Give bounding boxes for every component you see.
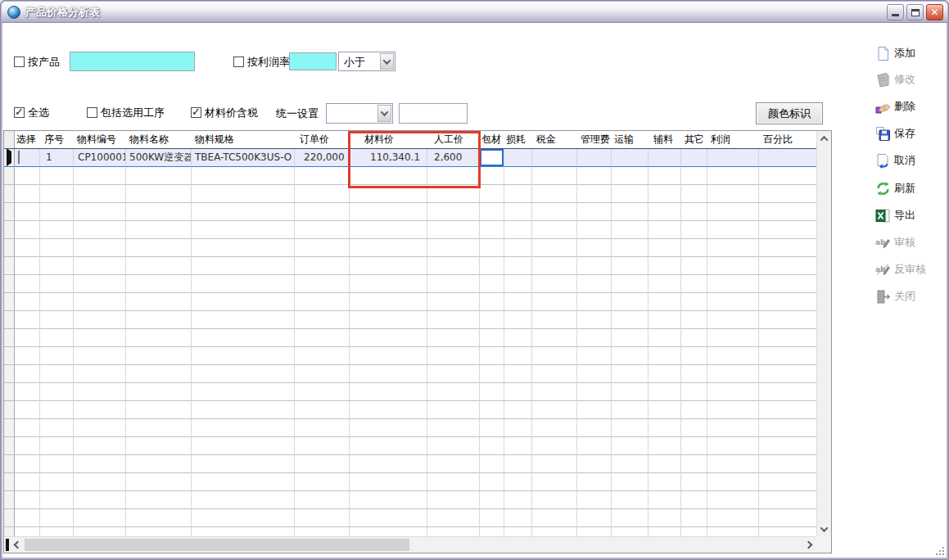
empty-cell[interactable]	[427, 473, 480, 491]
empty-cell[interactable]	[504, 275, 532, 293]
empty-cell[interactable]	[707, 311, 759, 329]
empty-cell[interactable]	[707, 203, 759, 221]
empty-cell[interactable]	[427, 167, 480, 185]
row-checkbox[interactable]	[18, 151, 20, 164]
empty-cell[interactable]	[295, 311, 350, 329]
empty-cell[interactable]	[192, 239, 295, 257]
empty-cell[interactable]	[681, 221, 707, 239]
column-header[interactable]: 材料价	[350, 131, 427, 148]
empty-cell[interactable]	[295, 419, 350, 437]
empty-cell[interactable]	[480, 167, 504, 185]
empty-cell[interactable]	[74, 185, 126, 203]
cell-transport[interactable]	[612, 149, 648, 167]
cell-tax[interactable]	[532, 149, 577, 167]
empty-cell[interactable]	[504, 347, 532, 365]
empty-cell[interactable]	[707, 275, 759, 293]
empty-cell[interactable]	[74, 437, 126, 455]
empty-cell[interactable]	[681, 185, 707, 203]
empty-cell[interactable]	[707, 509, 759, 527]
empty-cell[interactable]	[192, 473, 295, 491]
column-header[interactable]: 物料规格	[192, 131, 295, 148]
empty-cell[interactable]	[74, 383, 126, 401]
empty-cell[interactable]	[15, 455, 40, 473]
cell-code[interactable]: CP100001	[74, 149, 126, 167]
empty-cell[interactable]	[612, 221, 648, 239]
empty-cell[interactable]	[577, 473, 612, 491]
column-header[interactable]: 序号	[40, 131, 74, 148]
empty-cell[interactable]	[427, 311, 480, 329]
empty-cell[interactable]	[759, 509, 816, 527]
title-bar[interactable]: 产品价格分析表 ✕	[2, 2, 947, 23]
row-select-cell[interactable]	[15, 149, 40, 167]
empty-cell[interactable]	[707, 527, 759, 536]
empty-cell[interactable]	[577, 401, 612, 419]
empty-cell[interactable]	[74, 455, 126, 473]
empty-cell[interactable]	[295, 473, 350, 491]
empty-cell[interactable]	[577, 239, 612, 257]
scroll-up-button[interactable]	[817, 131, 831, 146]
empty-cell[interactable]	[350, 347, 427, 365]
empty-cell[interactable]	[612, 509, 648, 527]
empty-cell[interactable]	[126, 437, 192, 455]
cell-labor-price[interactable]: 2,600	[427, 149, 480, 167]
empty-cell[interactable]	[192, 167, 295, 185]
close-form-button[interactable]: 关闭	[875, 286, 947, 307]
column-header[interactable]: 物料名称	[126, 131, 192, 148]
empty-cell[interactable]	[480, 311, 504, 329]
empty-cell[interactable]	[295, 491, 350, 509]
empty-cell[interactable]	[612, 437, 648, 455]
cell-loss[interactable]	[504, 149, 532, 167]
empty-cell[interactable]	[40, 311, 74, 329]
empty-cell[interactable]	[126, 383, 192, 401]
unified-setting-input[interactable]	[399, 103, 468, 124]
empty-cell[interactable]	[295, 383, 350, 401]
empty-cell[interactable]	[74, 527, 126, 536]
empty-cell[interactable]	[192, 401, 295, 419]
empty-cell[interactable]	[759, 293, 816, 311]
empty-cell[interactable]	[577, 419, 612, 437]
empty-cell[interactable]	[295, 509, 350, 527]
empty-cell[interactable]	[427, 491, 480, 509]
empty-cell[interactable]	[648, 293, 681, 311]
empty-cell[interactable]	[759, 473, 816, 491]
save-button[interactable]: 保存	[875, 123, 947, 144]
select-all-checkbox[interactable]	[14, 107, 25, 118]
empty-cell[interactable]	[707, 419, 759, 437]
empty-cell[interactable]	[126, 329, 192, 347]
empty-cell[interactable]	[126, 347, 192, 365]
empty-cell[interactable]	[15, 347, 40, 365]
row-selector[interactable]	[4, 257, 15, 275]
empty-cell[interactable]	[532, 455, 577, 473]
empty-cell[interactable]	[577, 509, 612, 527]
empty-cell[interactable]	[532, 275, 577, 293]
empty-cell[interactable]	[648, 401, 681, 419]
empty-cell[interactable]	[40, 527, 74, 536]
empty-cell[interactable]	[480, 383, 504, 401]
empty-cell[interactable]	[74, 293, 126, 311]
empty-cell[interactable]	[350, 509, 427, 527]
empty-cell[interactable]	[295, 455, 350, 473]
empty-cell[interactable]	[427, 383, 480, 401]
empty-cell[interactable]	[295, 185, 350, 203]
empty-cell[interactable]	[577, 221, 612, 239]
row-selector[interactable]	[4, 167, 15, 185]
empty-cell[interactable]	[759, 401, 816, 419]
empty-cell[interactable]	[40, 221, 74, 239]
export-button[interactable]: 导出	[875, 205, 947, 226]
empty-cell[interactable]	[612, 419, 648, 437]
empty-cell[interactable]	[648, 275, 681, 293]
empty-cell[interactable]	[612, 239, 648, 257]
empty-cell[interactable]	[504, 527, 532, 536]
empty-cell[interactable]	[480, 401, 504, 419]
empty-cell[interactable]	[295, 275, 350, 293]
row-selector[interactable]	[4, 149, 15, 167]
empty-cell[interactable]	[759, 383, 816, 401]
empty-cell[interactable]	[126, 203, 192, 221]
empty-cell[interactable]	[759, 491, 816, 509]
cell-order-price[interactable]: 220,000	[295, 149, 350, 167]
empty-cell[interactable]	[759, 419, 816, 437]
empty-cell[interactable]	[350, 455, 427, 473]
empty-cell[interactable]	[681, 473, 707, 491]
empty-cell[interactable]	[612, 203, 648, 221]
close-button[interactable]: ✕	[926, 4, 943, 20]
